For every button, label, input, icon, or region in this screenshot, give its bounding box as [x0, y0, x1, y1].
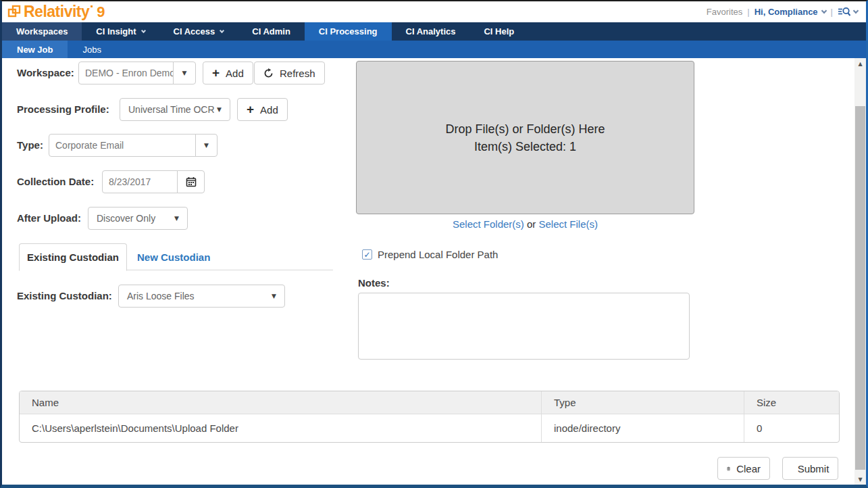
prepend-path-label: Prepend Local Folder Path — [378, 249, 498, 260]
chevron-down-icon — [853, 8, 859, 14]
caret-down-icon: ▼ — [204, 142, 209, 149]
scroll-down-arrow-icon[interactable]: ▼ — [854, 474, 866, 485]
file-table: Name Type Size C:\Users\aperlstein\Docum… — [19, 391, 840, 443]
existing-custodian-label: Existing Custodian: — [17, 285, 112, 308]
table-row[interactable]: C:\Users\aperlstein\Documents\Upload Fol… — [20, 414, 839, 442]
column-header-size[interactable]: Size — [744, 391, 839, 414]
select-folders-link[interactable]: Select Folder(s) — [453, 218, 524, 230]
caret-down-icon: ▼ — [217, 106, 222, 113]
nav-tab-ci-access[interactable]: CI Access — [159, 22, 238, 41]
cell-name: C:\Users\aperlstein\Documents\Upload Fol… — [20, 414, 541, 442]
trademark-mark-icon — [91, 5, 93, 7]
app-window: Relativity 9 Favorites | Hi, Compliance … — [0, 0, 868, 488]
workspace-dropdown-button[interactable]: ▼ — [173, 62, 196, 84]
tab-new-custodian[interactable]: New Custodian — [137, 243, 210, 270]
top-bar: Relativity 9 Favorites | Hi, Compliance … — [2, 1, 866, 22]
type-dropdown-button[interactable]: ▼ — [195, 134, 218, 157]
workspace-input[interactable]: DEMO - Enron Demo — [78, 62, 174, 84]
add-workspace-button[interactable]: + Add — [203, 62, 253, 84]
divider: | — [747, 7, 749, 17]
subtab-new-job[interactable]: New Job — [2, 41, 68, 58]
or-text: or — [527, 218, 536, 230]
subtab-jobs[interactable]: Jobs — [68, 41, 116, 58]
submit-button[interactable]: Submit — [782, 457, 838, 480]
prepend-path-checkbox[interactable]: ✓ — [362, 249, 372, 260]
add-profile-button[interactable]: + Add — [237, 98, 288, 121]
refresh-button[interactable]: Refresh — [254, 62, 325, 84]
file-drop-zone[interactable]: Drop File(s) or Folder(s) Here Item(s) S… — [356, 61, 694, 214]
nav-tab-ci-help[interactable]: CI Help — [469, 22, 528, 41]
chevron-down-icon — [141, 28, 146, 33]
chevron-down-icon — [220, 28, 224, 33]
brand-version: 9 — [97, 5, 105, 20]
nav-tab-ci-processing[interactable]: CI Processing — [305, 22, 392, 41]
select-links: Select Folder(s) or Select File(s) — [356, 218, 694, 230]
clear-button[interactable]: Clear — [717, 457, 770, 480]
existing-custodian-dropdown[interactable]: Aris Loose Files ▼ — [118, 285, 285, 308]
after-upload-label: After Upload: — [17, 207, 81, 230]
tab-existing-custodian[interactable]: Existing Custodian — [19, 243, 127, 271]
user-greeting: Hi, Compliance — [755, 7, 818, 17]
after-upload-dropdown[interactable]: Discover Only ▼ — [88, 207, 188, 230]
processing-profile-label: Processing Profile: — [17, 98, 109, 121]
check-icon: ✓ — [363, 251, 370, 259]
main-nav: Workspaces CI Insight CI Access CI Admin… — [2, 22, 866, 41]
top-bar-right: Favorites | Hi, Compliance | — [707, 7, 858, 17]
date-picker-button[interactable] — [177, 170, 205, 193]
collection-date-input[interactable]: 8/23/2017 — [102, 170, 178, 193]
nav-tab-workspaces[interactable]: Workspaces — [2, 22, 82, 41]
refresh-icon — [263, 68, 274, 78]
caret-down-icon: ▼ — [182, 70, 187, 76]
trash-icon — [727, 464, 730, 474]
chevron-down-icon — [821, 8, 826, 14]
plus-icon: + — [212, 66, 220, 79]
type-label: Type: — [17, 134, 43, 157]
notes-textarea[interactable] — [358, 293, 690, 360]
main-content: Workspace: DEMO - Enron Demo ▼ + Add Ref… — [2, 58, 866, 485]
notes-label: Notes: — [358, 272, 390, 295]
cell-type: inode/directory — [541, 414, 744, 442]
divider: | — [831, 7, 833, 17]
scrollbar-thumb[interactable] — [855, 106, 865, 470]
table-header-row: Name Type Size — [20, 391, 839, 414]
caret-down-icon: ▼ — [272, 293, 276, 299]
select-files-link[interactable]: Select File(s) — [539, 218, 598, 230]
nav-tab-ci-analytics[interactable]: CI Analytics — [392, 22, 470, 41]
quick-search-menu[interactable] — [838, 7, 858, 17]
plus-icon: + — [247, 103, 254, 116]
collection-date-label: Collection Date: — [17, 170, 94, 193]
nav-tab-ci-admin[interactable]: CI Admin — [238, 22, 305, 41]
caret-down-icon: ▼ — [174, 215, 179, 222]
scroll-up-arrow-icon[interactable]: ▲ — [854, 58, 866, 69]
brand-name: Relativity — [24, 4, 89, 20]
drop-zone-line1: Drop File(s) or Folder(s) Here — [445, 120, 605, 138]
calendar-icon — [186, 176, 197, 187]
favorites-link[interactable]: Favorites — [707, 7, 742, 17]
column-header-name[interactable]: Name — [20, 391, 541, 414]
drop-zone-line2: Item(s) Selected: 1 — [474, 138, 576, 155]
workspace-label: Workspace: — [17, 62, 74, 84]
column-header-type[interactable]: Type — [541, 391, 744, 414]
search-with-lines-icon — [838, 7, 851, 17]
logo-squares-icon — [7, 5, 22, 19]
user-menu[interactable]: Hi, Compliance — [755, 7, 826, 17]
sub-nav: New Job Jobs — [2, 41, 866, 58]
type-input[interactable]: Corporate Email — [49, 134, 196, 157]
nav-tab-ci-insight[interactable]: CI Insight — [82, 22, 159, 41]
processing-profile-dropdown[interactable]: Universal Time OCR ▼ — [120, 98, 230, 121]
cell-size: 0 — [744, 414, 839, 442]
relativity-logo: Relativity 9 — [7, 4, 105, 20]
vertical-scrollbar[interactable]: ▲ ▼ — [854, 58, 866, 485]
